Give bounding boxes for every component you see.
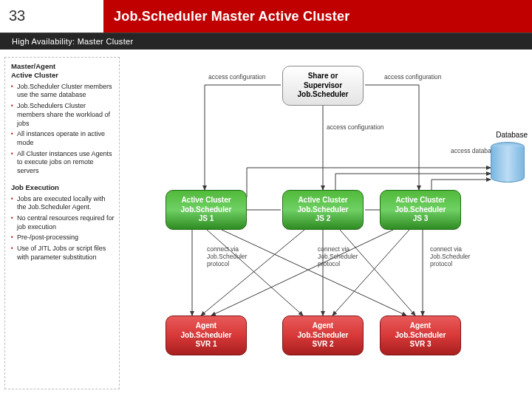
- label-database: Database: [496, 131, 528, 139]
- agent-node-1: AgentJob.SchedulerSVR 1: [166, 316, 247, 355]
- list-item: Jobs are executed locally with the Job.S…: [11, 195, 115, 212]
- label-connect-3: connect viaJob.Schedulerprotocol: [430, 245, 470, 268]
- database-icon: [491, 142, 525, 186]
- sidebar-heading-1: Master/AgentActive Cluster: [11, 62, 115, 80]
- header: 33 Job.Scheduler Master Active Cluster: [0, 0, 532, 33]
- sidebar-heading-2: Job Execution: [11, 183, 115, 192]
- cluster-node-3: Active ClusterJob.SchedulerJS 3: [380, 190, 461, 230]
- label-access-config-right: access configuration: [384, 73, 442, 81]
- label-connect-1: connect viaJob.Schedulerprotocol: [207, 245, 247, 268]
- supervisor-node: Share orSupervisorJob.Scheduler: [282, 66, 364, 106]
- page-title: Job.Scheduler Master Active Cluster: [103, 0, 532, 33]
- label-access-config-center: access configuration: [327, 123, 384, 131]
- sidebar-list-1: Job.Scheduler Cluster members use the sa…: [11, 83, 115, 176]
- sidebar: Master/AgentActive Cluster Job.Scheduler…: [4, 57, 120, 389]
- list-item: Job.Scheduler Cluster members use the sa…: [11, 83, 115, 100]
- list-item: Pre-/post-processing: [11, 233, 115, 242]
- label-access-config-left: access configuration: [208, 73, 266, 81]
- agent-node-2: AgentJob.SchedulerSVR 2: [282, 316, 364, 355]
- label-connect-2: connect viaJob.Schedulerprotocol: [318, 245, 358, 268]
- list-item: No central resources required for job ex…: [11, 214, 115, 231]
- cluster-node-2: Active ClusterJob.SchedulerJS 2: [282, 190, 364, 230]
- content: Master/AgentActive Cluster Job.Scheduler…: [0, 50, 532, 397]
- list-item: All Cluster instances use Agents to exec…: [11, 150, 115, 176]
- slide-number: 33: [0, 0, 103, 33]
- agent-node-3: AgentJob.SchedulerSVR 3: [380, 316, 461, 355]
- list-item: All instances operate in active mode: [11, 130, 115, 147]
- sidebar-list-2: Jobs are executed locally with the Job.S…: [11, 195, 115, 262]
- list-item: Use of JITL Jobs or script files with pa…: [11, 245, 115, 262]
- diagram: Share orSupervisorJob.Scheduler access c…: [120, 57, 529, 389]
- list-item: Job.Schedulers Cluster members share the…: [11, 102, 115, 128]
- cluster-node-1: Active ClusterJob.SchedulerJS 1: [166, 190, 247, 230]
- subtitle: High Availability: Master Cluster: [0, 33, 532, 50]
